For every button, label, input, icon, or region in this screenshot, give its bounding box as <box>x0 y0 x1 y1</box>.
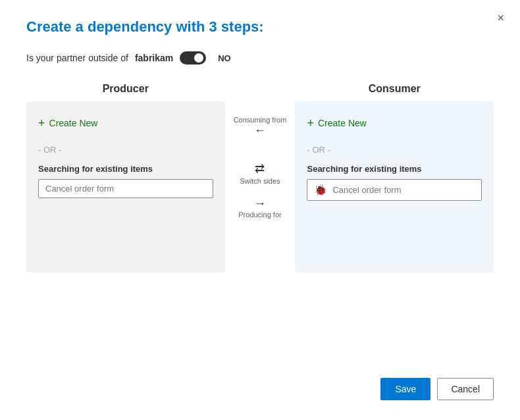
partner-label: Is your partner outside of <box>26 53 128 63</box>
consumer-create-new-button[interactable]: + Create New <box>307 115 482 132</box>
switch-sides-section[interactable]: ⇄ Switch sides <box>240 161 280 185</box>
consuming-from-section: Consuming from ← <box>234 116 287 138</box>
company-name: fabrikam <box>135 53 173 63</box>
toggle-knob <box>194 53 203 63</box>
producer-search-label: Searching for existing items <box>38 164 213 174</box>
switch-sides-label: Switch sides <box>240 177 280 185</box>
consumer-search-label: Searching for existing items <box>307 164 482 174</box>
switch-sides-icon: ⇄ <box>255 161 265 176</box>
dialog: × Create a dependency with 3 steps: Is y… <box>0 0 520 420</box>
producer-column: Producer + Create New - OR - Searching f… <box>26 83 225 273</box>
consumer-search-wrapper: 🐞 <box>307 179 482 201</box>
consumer-create-new-label: Create New <box>318 118 367 128</box>
consumer-column: Consumer + Create New - OR - Searching f… <box>295 83 494 273</box>
producer-title: Producer <box>103 83 149 95</box>
arrows-column: Consuming from ← ⇄ Switch sides → Produc… <box>225 83 296 230</box>
footer: Save Cancel <box>26 371 494 400</box>
toggle-state-label: NO <box>218 53 231 63</box>
outside-partner-toggle[interactable] <box>180 51 206 65</box>
producer-card: + Create New - OR - Searching for existi… <box>26 101 225 273</box>
dialog-title: Create a dependency with 3 steps: <box>26 18 494 36</box>
consuming-from-label: Consuming from <box>234 116 287 124</box>
bug-icon: 🐞 <box>314 184 327 196</box>
consumer-plus-icon: + <box>307 117 314 129</box>
consumer-or-divider: - OR - <box>307 145 482 155</box>
consumer-title: Consumer <box>369 83 421 95</box>
producer-search-input[interactable] <box>45 184 206 194</box>
producer-plus-icon: + <box>38 117 45 129</box>
producing-for-section: → Producing for <box>238 197 281 219</box>
producing-for-arrow: → <box>254 197 266 211</box>
main-content: Producer + Create New - OR - Searching f… <box>26 83 494 358</box>
consumer-card: + Create New - OR - Searching for existi… <box>295 101 494 273</box>
close-button[interactable]: × <box>493 9 508 26</box>
producer-or-divider: - OR - <box>38 145 213 155</box>
close-icon: × <box>497 11 504 24</box>
partner-row: Is your partner outside of fabrikam NO <box>26 51 494 65</box>
cancel-button[interactable]: Cancel <box>437 378 494 400</box>
producer-create-new-label: Create New <box>49 118 98 128</box>
producing-for-label: Producing for <box>238 211 281 219</box>
producer-create-new-button[interactable]: + Create New <box>38 115 213 132</box>
consuming-from-arrow: ← <box>254 124 266 138</box>
consumer-search-input[interactable] <box>332 185 475 195</box>
producer-search-wrapper <box>38 179 213 198</box>
save-button[interactable]: Save <box>380 378 430 400</box>
